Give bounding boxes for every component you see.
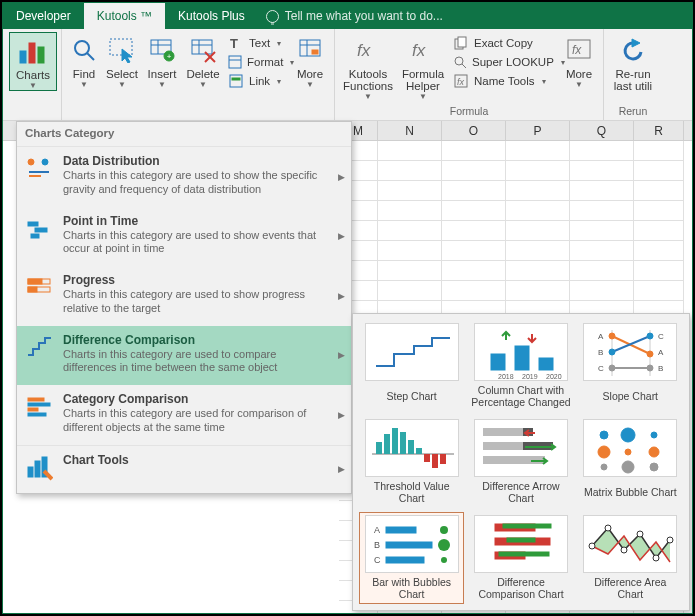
data-distribution-icon xyxy=(25,154,53,182)
exact-copy-button[interactable]: Exact Copy xyxy=(449,34,559,52)
category-difference-comparison[interactable]: Difference ComparisonCharts in this cate… xyxy=(17,326,351,386)
chevron-right-icon: ▶ xyxy=(338,464,345,474)
svg-point-106 xyxy=(438,539,450,551)
svg-rect-113 xyxy=(507,538,535,542)
tab-kutools-plus[interactable]: Kutools Plus xyxy=(165,3,258,29)
column-header[interactable]: R xyxy=(634,121,684,140)
charts-category-menu: Charts Category Data DistributionCharts … xyxy=(16,121,352,494)
svg-line-30 xyxy=(462,64,466,68)
svg-text:A: A xyxy=(598,332,604,341)
link-button[interactable]: Link▾ xyxy=(224,72,290,90)
column-percentage-thumb: 201820192020 xyxy=(474,323,568,381)
svg-rect-87 xyxy=(483,428,523,436)
fx-small-icon: fx xyxy=(453,73,469,89)
svg-rect-111 xyxy=(503,524,551,528)
svg-rect-2 xyxy=(38,47,44,63)
column-header[interactable]: Q xyxy=(570,121,634,140)
delete-icon xyxy=(187,34,219,66)
category-data-distribution[interactable]: Data DistributionCharts in this category… xyxy=(17,147,351,207)
more-formula-button[interactable]: fx More ▼ xyxy=(559,32,599,89)
svg-rect-77 xyxy=(376,442,382,454)
svg-text:2020: 2020 xyxy=(546,373,562,380)
delete-button[interactable]: Delete ▼ xyxy=(182,32,224,89)
kutools-functions-button[interactable]: fx Kutools Functions ▼ xyxy=(339,32,397,101)
svg-rect-78 xyxy=(384,434,390,454)
gallery-difference-arrow[interactable]: Difference Arrow Chart xyxy=(468,416,573,508)
column-header[interactable]: N xyxy=(378,121,442,140)
svg-point-98 xyxy=(601,464,607,470)
copy-icon xyxy=(453,35,469,51)
category-desc: Charts in this category are used to comp… xyxy=(63,348,333,376)
format-icon xyxy=(228,54,242,70)
text-button[interactable]: TText▾ xyxy=(224,34,290,52)
format-button[interactable]: Format▾ xyxy=(224,53,290,71)
category-name: Point in Time xyxy=(63,214,333,228)
chevron-right-icon: ▶ xyxy=(338,350,345,360)
svg-point-117 xyxy=(605,525,611,531)
svg-text:B: B xyxy=(658,364,663,373)
svg-rect-49 xyxy=(28,413,46,416)
chevron-down-icon: ▾ xyxy=(542,77,546,86)
svg-text:T: T xyxy=(230,36,238,50)
category-point-in-time[interactable]: Point in TimeCharts in this category are… xyxy=(17,207,351,267)
svg-point-68 xyxy=(609,365,615,371)
tab-kutools[interactable]: Kutools ™ xyxy=(84,3,165,29)
gallery-slope-chart[interactable]: ABCCAB Slope Chart xyxy=(578,320,683,412)
insert-icon: + xyxy=(146,34,178,66)
gallery-label: Matrix Bubble Chart xyxy=(584,479,677,505)
category-chart-tools[interactable]: Chart Tools ▶ xyxy=(17,446,351,493)
svg-rect-115 xyxy=(499,552,549,556)
super-lookup-label: Super LOOKUP xyxy=(472,56,554,68)
tell-me[interactable]: Tell me what you want to do... xyxy=(266,3,443,29)
svg-rect-50 xyxy=(28,467,33,477)
svg-point-35 xyxy=(28,159,34,165)
insert-label: Insert xyxy=(148,68,177,80)
svg-rect-89 xyxy=(483,442,523,450)
gallery-matrix-bubble[interactable]: Matrix Bubble Chart xyxy=(578,416,683,508)
step-chart-thumb xyxy=(365,323,459,381)
name-tools-button[interactable]: fxName Tools▾ xyxy=(449,72,559,90)
gallery-bar-with-bubbles[interactable]: ABC Bar with Bubbles Chart xyxy=(359,512,464,604)
column-header[interactable]: O xyxy=(442,121,506,140)
insert-button[interactable]: + Insert ▼ xyxy=(142,32,182,89)
tab-developer[interactable]: Developer xyxy=(3,3,84,29)
gallery-difference-area[interactable]: Difference Area Chart xyxy=(578,512,683,604)
category-comparison-icon xyxy=(25,392,53,420)
chevron-down-icon: ▼ xyxy=(80,80,88,89)
select-button[interactable]: Select ▼ xyxy=(102,32,142,89)
gallery-difference-comparison[interactable]: Difference Comparison Chart xyxy=(468,512,573,604)
chevron-down-icon: ▼ xyxy=(575,80,583,89)
gallery-step-chart[interactable]: Step Chart xyxy=(359,320,464,412)
column-header[interactable]: P xyxy=(506,121,570,140)
formula-helper-button[interactable]: fx Formula Helper ▼ xyxy=(397,32,449,101)
rerun-button[interactable]: Re-run last utili xyxy=(608,32,658,92)
find-button[interactable]: Find ▼ xyxy=(66,32,102,89)
gallery-label: Threshold Value Chart xyxy=(362,479,461,505)
svg-rect-19 xyxy=(230,75,242,87)
chevron-down-icon: ▼ xyxy=(29,81,37,90)
charts-button[interactable]: Charts ▼ xyxy=(9,32,57,91)
svg-text:fx: fx xyxy=(357,41,371,60)
gallery-column-percentage[interactable]: 201820192020 Column Chart with Percentag… xyxy=(468,320,573,412)
more-label: More xyxy=(297,68,323,80)
search-icon xyxy=(68,34,100,66)
category-category-comparison[interactable]: Category ComparisonCharts in this catego… xyxy=(17,385,351,445)
tab-bar: Developer Kutools ™ Kutools Plus Tell me… xyxy=(3,3,692,29)
svg-point-69 xyxy=(647,365,653,371)
lookup-icon xyxy=(453,54,467,70)
svg-line-4 xyxy=(87,53,94,60)
svg-rect-85 xyxy=(440,454,446,464)
chart-gallery: Step Chart 201820192020 Column Chart wit… xyxy=(352,313,690,611)
super-lookup-button[interactable]: Super LOOKUP▾ xyxy=(449,53,559,71)
more-button[interactable]: More ▼ xyxy=(290,32,330,89)
svg-point-118 xyxy=(621,547,627,553)
gallery-label: Difference Arrow Chart xyxy=(471,479,570,505)
category-progress[interactable]: ProgressCharts in this category are used… xyxy=(17,266,351,326)
category-name: Chart Tools xyxy=(63,453,333,467)
text-label: Text xyxy=(249,37,270,49)
chevron-down-icon: ▼ xyxy=(199,80,207,89)
svg-point-119 xyxy=(637,531,643,537)
find-label: Find xyxy=(73,68,95,80)
gallery-threshold-value[interactable]: Threshold Value Chart xyxy=(359,416,464,508)
matrix-bubble-thumb xyxy=(583,419,677,477)
